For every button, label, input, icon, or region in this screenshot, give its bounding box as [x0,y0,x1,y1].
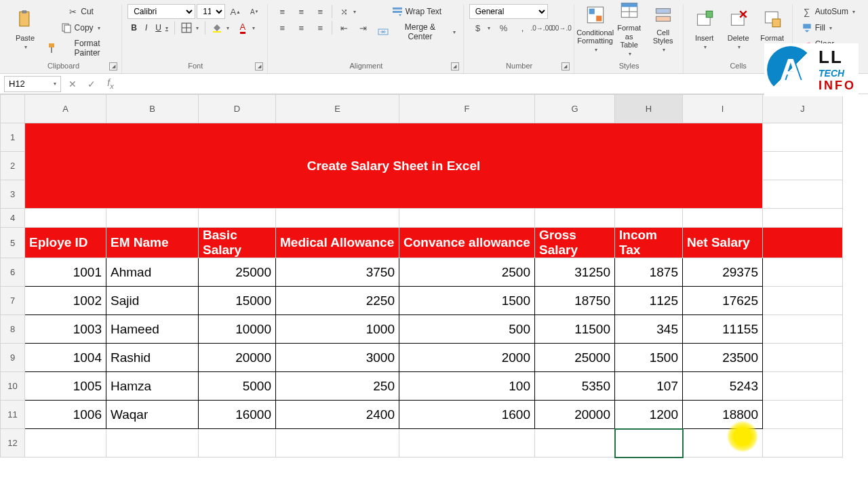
cell[interactable]: 20000 [199,344,276,372]
cell[interactable]: 100 [399,372,535,401]
formula-input[interactable] [122,77,864,92]
sheet-title[interactable]: Create Salary Sheet in Excel [25,123,763,209]
alignment-dialog-icon[interactable]: ◢ [451,62,459,70]
cell[interactable] [763,228,843,258]
wrap-text-button[interactable]: Wrap Text [374,4,458,19]
font-dialog-icon[interactable]: ◢ [255,62,263,70]
cell[interactable]: 11500 [535,315,615,344]
delete-cells-button[interactable]: Delete▾ [723,4,754,54]
cell[interactable] [763,180,843,209]
cell[interactable]: 1200 [615,401,683,429]
cell[interactable]: 15000 [199,287,276,315]
cell[interactable]: 345 [615,315,683,344]
enter-formula-icon[interactable]: ✓ [84,79,99,89]
col-header-G[interactable]: G [535,95,615,123]
table-header[interactable]: Basic Salary [199,228,276,258]
cell[interactable]: 5243 [683,372,763,401]
cell[interactable]: 5350 [535,372,615,401]
cell[interactable]: Rashid [106,344,199,372]
italic-button[interactable]: I [142,21,151,35]
col-header-J[interactable]: J [763,95,843,123]
cell[interactable]: 5000 [199,372,276,401]
cell[interactable]: 29375 [683,258,763,287]
name-box[interactable]: H12▾ [4,76,61,92]
table-header[interactable]: Net Salary [683,228,763,258]
comma-button[interactable]: , [514,20,532,35]
inc-indent-button[interactable]: ⇥ [354,20,372,35]
align-left-button[interactable]: ≡ [273,20,291,35]
row-header-1[interactable]: 1 [1,123,25,152]
cell[interactable] [683,429,763,458]
cell[interactable]: 1001 [25,258,106,287]
cell[interactable]: 1500 [615,344,683,372]
cell[interactable]: Sajid [106,287,199,315]
bold-button[interactable]: B [127,21,140,35]
merge-center-button[interactable]: Merge & Center▾ [374,20,458,43]
conditional-formatting-button[interactable]: Conditional Formatting▾ [580,4,611,54]
col-header-I[interactable]: I [683,95,763,123]
table-header[interactable]: Medical Allowance [276,228,399,258]
cell[interactable] [763,287,843,315]
cancel-formula-icon[interactable]: ✕ [65,79,80,89]
col-header-H[interactable]: H [615,95,683,123]
cell[interactable]: 1600 [399,401,535,429]
clipboard-dialog-icon[interactable]: ◢ [109,62,117,70]
cell[interactable]: Ahmad [106,258,199,287]
row-header-10[interactable]: 10 [1,372,25,401]
align-bottom-button[interactable]: ≡ [311,4,329,19]
cell[interactable] [683,209,763,228]
accounting-button[interactable]: $▾ [469,20,494,35]
cell[interactable] [276,209,399,228]
shrink-font-button[interactable]: A▼ [245,4,263,19]
row-header-6[interactable]: 6 [1,258,25,287]
cell[interactable]: 500 [399,315,535,344]
cell[interactable]: 1006 [25,401,106,429]
cell[interactable]: 107 [615,372,683,401]
font-color-button[interactable]: A▾ [234,20,258,35]
row-header-9[interactable]: 9 [1,344,25,372]
number-dialog-icon[interactable]: ◢ [561,62,570,70]
col-header-D[interactable]: D [199,95,276,123]
cell-styles-button[interactable]: Cell Styles▾ [648,4,679,54]
table-header[interactable]: Gross Salary [535,228,615,258]
fill-button[interactable]: Fill▾ [798,20,835,35]
row-header-5[interactable]: 5 [1,228,25,258]
cell[interactable] [763,344,843,372]
cell[interactable] [615,429,683,458]
font-select[interactable]: Calibri [127,4,195,19]
cell[interactable] [763,209,843,228]
format-painter-button[interactable]: Format Painter [43,37,117,60]
cell[interactable] [763,429,843,458]
cell[interactable]: 1125 [615,287,683,315]
cell[interactable]: 2500 [399,258,535,287]
cell[interactable] [615,209,683,228]
cell[interactable]: 1005 [25,372,106,401]
font-size-select[interactable]: 11 [197,4,225,19]
cell[interactable]: 2250 [276,287,399,315]
align-top-button[interactable]: ≡ [273,4,291,19]
cell[interactable]: 3750 [276,258,399,287]
table-header[interactable]: Incom Tax [615,228,683,258]
cell[interactable] [399,209,535,228]
cell[interactable]: 31250 [535,258,615,287]
cell[interactable] [763,372,843,401]
col-header-F[interactable]: F [399,95,535,123]
cell[interactable]: Hameed [106,315,199,344]
number-format-select[interactable]: General [469,4,548,19]
col-header-B[interactable]: B [106,95,199,123]
cell[interactable] [199,209,276,228]
row-header-7[interactable]: 7 [1,287,25,315]
select-all-corner[interactable] [1,95,25,123]
align-right-button[interactable]: ≡ [311,20,329,35]
cell[interactable]: 18800 [683,401,763,429]
cell[interactable]: 250 [276,372,399,401]
row-header-11[interactable]: 11 [1,401,25,429]
cell[interactable]: 3000 [276,344,399,372]
cell[interactable]: 16000 [199,401,276,429]
cell[interactable]: 23500 [683,344,763,372]
table-header[interactable]: EM Name [106,228,199,258]
cell[interactable]: 17625 [683,287,763,315]
cell[interactable] [763,152,843,180]
cell[interactable] [399,429,535,458]
cell[interactable]: 10000 [199,315,276,344]
